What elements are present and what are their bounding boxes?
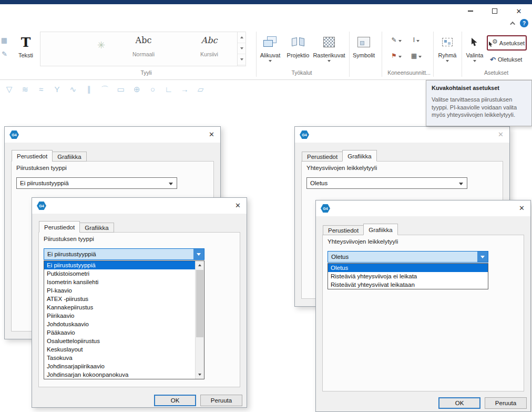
gallery-scroll-up[interactable] bbox=[238, 32, 245, 43]
drawing-type-combobox[interactable]: Ei piirustustyyppiä bbox=[44, 248, 204, 260]
drawing-tool-icon[interactable]: ▱ bbox=[193, 82, 208, 97]
drawing-tool-icon[interactable]: ∥ bbox=[82, 82, 96, 97]
drawing-tool-icon[interactable]: ▭ bbox=[114, 82, 128, 97]
dialog-close-icon[interactable]: ✕ bbox=[498, 130, 504, 138]
g4-app-icon: G4 bbox=[9, 130, 19, 139]
list-item[interactable]: Risteävät yhteysviivat leikataan bbox=[328, 280, 488, 289]
gallery-scroll bbox=[237, 32, 245, 66]
list-item[interactable]: Osaluettelopiirustus bbox=[44, 337, 195, 345]
combo-chevron-icon bbox=[169, 183, 173, 185]
field-label: Piirustuksen tyyppi bbox=[16, 165, 67, 171]
rasterikuvat-button[interactable]: Rasterikuvat bbox=[312, 33, 346, 62]
symbolit-button[interactable]: Symbolit bbox=[350, 33, 377, 58]
tab-strip: Perustiedot Grafiikka bbox=[302, 150, 377, 162]
dialog-drawing-type-front: G4 ✕ Perustiedot Grafiikka Piirustuksen … bbox=[32, 197, 247, 408]
list-item[interactable]: Pääkaavio bbox=[44, 328, 195, 337]
tab-perustiedot[interactable]: Perustiedot bbox=[12, 150, 53, 162]
list-item[interactable]: Isometrin kansilehti bbox=[44, 278, 195, 286]
scroll-thumb[interactable] bbox=[196, 270, 203, 337]
teksti-button[interactable]: T Teksti bbox=[15, 33, 37, 58]
grid-tool-button[interactable]: ▦ bbox=[407, 49, 426, 62]
flag-icon: ⚑ bbox=[391, 52, 397, 59]
dialog-titlebar[interactable]: G4 ✕ bbox=[32, 198, 247, 214]
drawing-tool-icon[interactable]: → bbox=[178, 82, 192, 97]
drawing-tool-icon[interactable]: ∿ bbox=[66, 82, 80, 97]
alikuvat-button[interactable]: Alikuvat bbox=[257, 33, 283, 62]
group-separator bbox=[433, 32, 434, 77]
list-item[interactable]: Oletus bbox=[328, 264, 488, 272]
drawing-type-combobox[interactable]: Ei piirustustyyppiä bbox=[16, 177, 177, 189]
list-item[interactable]: PI-kaavio bbox=[44, 286, 195, 295]
dialog-close-icon[interactable]: ✕ bbox=[209, 130, 214, 138]
tab-grafiikka[interactable]: Grafiikka bbox=[342, 150, 376, 162]
grid-icon: ▦ bbox=[411, 52, 417, 59]
dialog-titlebar[interactable]: G4 ✕ bbox=[5, 127, 220, 143]
style-flower-icon[interactable]: ✳ bbox=[97, 39, 105, 51]
scrollbar[interactable] bbox=[195, 261, 204, 379]
list-item[interactable]: Piirikaavio bbox=[44, 311, 195, 320]
text-icon: T bbox=[21, 35, 31, 50]
chevron-down-icon bbox=[197, 253, 201, 256]
dialog-close-icon[interactable]: ✕ bbox=[519, 204, 525, 212]
list-item[interactable]: Tasokuva bbox=[44, 354, 195, 362]
list-item[interactable]: Johdinsarjan kokoonpanokuva bbox=[44, 370, 195, 379]
tab-perustiedot[interactable]: Perustiedot bbox=[323, 225, 364, 235]
dialog-titlebar[interactable]: G4 ✕ bbox=[295, 127, 509, 143]
titlebar: ✕ bbox=[0, 4, 532, 19]
scroll-up-button[interactable] bbox=[196, 261, 204, 269]
drawing-tool-icon[interactable]: ∟ bbox=[161, 82, 176, 97]
list-item[interactable]: Johdinsarjapiirikaavio bbox=[44, 362, 195, 370]
list-item[interactable]: Johdotuskaavio bbox=[44, 320, 195, 328]
ribbon-collapse-button[interactable] bbox=[509, 19, 517, 27]
measure-tool-button[interactable]: ✎ bbox=[387, 34, 406, 46]
tab-perustiedot[interactable]: Perustiedot bbox=[302, 152, 343, 162]
combo-dropdown-button[interactable] bbox=[477, 252, 488, 262]
tab-grafiikka[interactable]: Grafiikka bbox=[52, 152, 86, 162]
text-cursor-tool-button[interactable]: I bbox=[407, 34, 426, 46]
dialog-close-icon[interactable]: ✕ bbox=[235, 202, 241, 209]
oletukset-button[interactable]: ↶ Oletukset bbox=[490, 54, 530, 65]
ok-button[interactable]: OK bbox=[154, 395, 196, 406]
minimize-icon bbox=[468, 11, 473, 12]
drawing-tool-icon[interactable]: ⊕ bbox=[130, 82, 144, 97]
cancel-button[interactable]: Peruuta bbox=[485, 397, 527, 409]
tooltip-title: Kuvakohtaiset asetukset bbox=[432, 85, 526, 91]
cut-style-combobox[interactable]: Oletus bbox=[306, 177, 467, 189]
drawing-tool-icon[interactable]: Y bbox=[50, 82, 64, 97]
list-item[interactable]: Kannakepiirustus bbox=[44, 303, 195, 311]
drawing-tool-icon[interactable]: ○ bbox=[146, 82, 160, 97]
help-icon[interactable]: ? bbox=[520, 19, 528, 27]
drawing-tool-icon[interactable]: ≋ bbox=[18, 82, 32, 97]
list-item[interactable]: Keskuslayout bbox=[44, 345, 195, 354]
tab-grafiikka[interactable]: Grafiikka bbox=[363, 224, 397, 235]
drawing-tool-icon[interactable]: ▽ bbox=[2, 82, 16, 97]
flag-tool-button[interactable]: ⚑ bbox=[387, 49, 406, 62]
combo-dropdown-button[interactable] bbox=[193, 249, 204, 259]
list-item[interactable]: ATEX -piirustus bbox=[44, 295, 195, 303]
asetukset-button-highlighted[interactable]: ⚙ Asetukset bbox=[487, 35, 527, 51]
window-close-button[interactable]: ✕ bbox=[509, 4, 528, 18]
minimize-button[interactable] bbox=[461, 4, 480, 18]
gallery-more-button[interactable] bbox=[238, 54, 245, 65]
list-item[interactable]: Risteäviä yhteysviivoja ei leikata bbox=[328, 272, 488, 280]
list-item[interactable]: Putkistoisometri bbox=[44, 269, 195, 278]
field-label: Yhteysviivojen leikkelytyyli bbox=[328, 238, 398, 245]
tab-strip: Perustiedot Grafiikka bbox=[12, 150, 87, 162]
dialog-titlebar[interactable]: G4 ✕ bbox=[316, 200, 530, 216]
maximize-button[interactable] bbox=[485, 4, 504, 18]
drawing-tool-icon[interactable]: ≈ bbox=[34, 82, 48, 97]
drawing-tool-icon[interactable]: ⌒ bbox=[98, 82, 112, 97]
ok-button[interactable]: OK bbox=[438, 397, 480, 409]
gallery-scroll-down[interactable] bbox=[238, 43, 245, 54]
projektio-button[interactable]: Projektio bbox=[284, 33, 312, 58]
tab-grafiikka[interactable]: Grafiikka bbox=[79, 223, 114, 233]
style-normaali[interactable]: Abc Normaali bbox=[115, 35, 172, 63]
valinta-button[interactable]: Valinta bbox=[463, 33, 487, 62]
list-item[interactable]: Ei piirustustyyppiä bbox=[44, 261, 195, 269]
cancel-button[interactable]: Peruuta bbox=[200, 395, 242, 406]
ryhma-button[interactable]: Ryhmä bbox=[434, 33, 461, 62]
tab-perustiedot[interactable]: Perustiedot bbox=[39, 221, 80, 233]
scroll-down-button[interactable] bbox=[196, 370, 204, 379]
style-kursiivi[interactable]: Abc Kursiivi bbox=[180, 35, 238, 63]
cut-style-combobox[interactable]: Oletus bbox=[328, 251, 488, 263]
